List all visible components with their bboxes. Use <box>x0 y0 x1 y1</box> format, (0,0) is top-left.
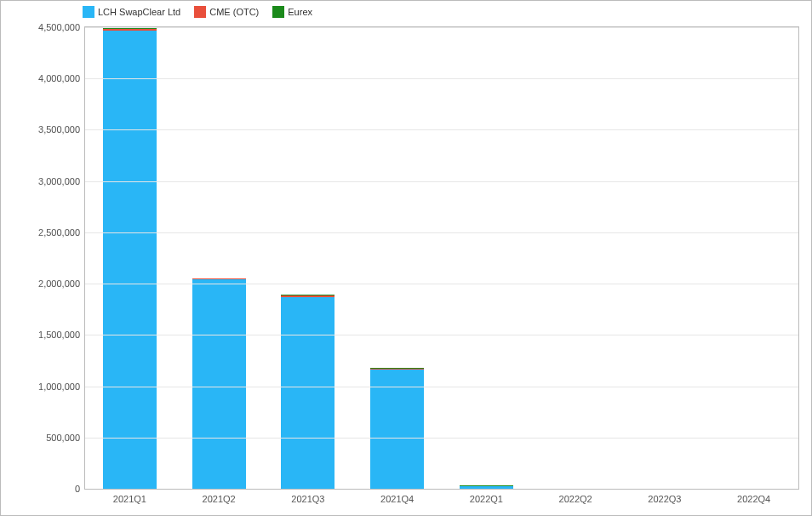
y-tick-label: 3,500,000 <box>38 124 80 135</box>
legend-label: CME (OTC) <box>209 7 259 17</box>
gridline <box>85 78 798 79</box>
gridline <box>85 27 798 28</box>
x-tick-label: 2022Q1 <box>470 494 503 504</box>
x-tick-label: 2021Q4 <box>380 494 414 504</box>
x-tick-label: 2021Q2 <box>203 494 236 504</box>
y-tick-label: 2,000,000 <box>38 278 80 289</box>
bar-stack <box>192 278 246 490</box>
legend-label: Eurex <box>288 7 312 17</box>
bar-segment[interactable] <box>281 297 335 489</box>
y-tick-label: 0 <box>75 484 80 494</box>
bars-layer <box>85 27 798 489</box>
y-tick-label: 4,000,000 <box>38 73 80 83</box>
x-tick-label: 2021Q3 <box>291 494 324 504</box>
x-tick-label: 2022Q3 <box>648 494 681 504</box>
bar-segment[interactable] <box>192 279 246 489</box>
bar-stack <box>103 28 157 489</box>
y-tick-label: 4,500,000 <box>38 22 80 32</box>
y-tick-label: 1,000,000 <box>38 381 80 392</box>
x-tick-label: 2022Q2 <box>559 494 592 504</box>
x-tick-label: 2022Q4 <box>737 494 770 504</box>
y-tick-label: 500,000 <box>46 433 80 443</box>
gridline <box>85 181 798 182</box>
y-tick-label: 1,500,000 <box>38 330 80 340</box>
legend-label: LCH SwapClear Ltd <box>98 7 180 17</box>
plot-area: 2021Q12021Q22021Q32021Q42022Q12022Q22022… <box>84 26 799 490</box>
bar-segment[interactable] <box>370 370 424 489</box>
bar-stack <box>460 485 513 489</box>
x-tick-label: 2021Q1 <box>113 494 146 504</box>
gridline <box>85 284 798 284</box>
legend-item[interactable]: LCH SwapClear Ltd <box>83 6 180 18</box>
bar-segment[interactable] <box>103 31 157 489</box>
legend-swatch <box>83 6 94 18</box>
bar-segment[interactable] <box>460 486 513 489</box>
gridline <box>85 335 798 335</box>
gridline <box>85 387 798 387</box>
legend-item[interactable]: Eurex <box>272 6 312 18</box>
y-tick-label: 2,500,000 <box>38 227 80 238</box>
legend-swatch <box>194 6 206 18</box>
legend-item[interactable]: CME (OTC) <box>194 6 259 18</box>
gridline <box>85 129 798 130</box>
legend: LCH SwapClear LtdCME (OTC)Eurex <box>83 6 312 18</box>
gridline <box>85 438 798 439</box>
gridline <box>85 232 798 233</box>
bar-stack <box>281 295 335 489</box>
chart-frame: LCH SwapClear LtdCME (OTC)Eurex 2021Q120… <box>0 0 812 516</box>
legend-swatch <box>272 6 284 18</box>
y-tick-label: 3,000,000 <box>38 176 80 186</box>
